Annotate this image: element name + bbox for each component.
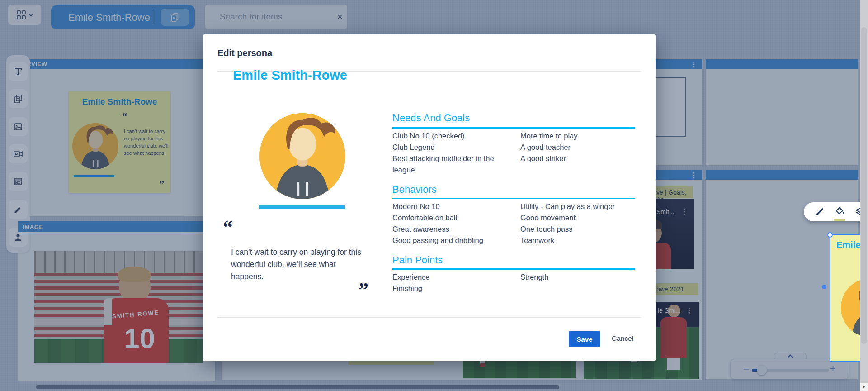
quote-open-icon: “ [223, 222, 233, 234]
needs-goals-right-list: More time to play A good teacher A good … [520, 130, 647, 164]
fill-color-tool[interactable] [835, 206, 845, 218]
list-item: Experience [392, 272, 512, 283]
list-item: Utility - Can play as a winger [520, 201, 647, 212]
edit-pencil-icon[interactable] [815, 207, 825, 217]
cancel-button[interactable]: Cancel [612, 334, 633, 343]
list-item: Modern No 10 [392, 201, 512, 212]
needs-goals-left-list: Club No 10 (checked) Club Legend Best at… [392, 130, 512, 176]
list-item: Club No 10 (checked) [392, 130, 512, 142]
save-button[interactable]: Save [569, 331, 600, 347]
scroll-down-button[interactable]: ▼ [860, 383, 868, 391]
list-item: Strength [520, 272, 647, 283]
section-pain-points-title: Pain Points [392, 254, 443, 266]
avatar-underline [259, 205, 345, 209]
selection-handle[interactable] [827, 232, 833, 238]
pain-points-right-list: Strength [520, 272, 647, 283]
vertical-scrollbar[interactable]: ▼ [860, 0, 868, 391]
quote-close-icon: ” [237, 284, 368, 296]
section-behaviors-title: Behaviors [392, 184, 437, 196]
list-item: One touch pass [520, 224, 647, 235]
list-item: Best attacking midfielder in the league [392, 153, 512, 176]
modal-title: Edit persona [217, 48, 272, 58]
section-needs-goals-title: Needs And Goals [392, 112, 470, 124]
fill-bucket-icon [835, 206, 845, 216]
list-item: Teamwork [520, 235, 647, 246]
list-item: A good striker [520, 153, 647, 164]
list-item: Finishing [392, 283, 512, 294]
fill-color-swatch [834, 219, 845, 221]
list-item: Comfortable on ball [392, 212, 512, 224]
edit-persona-modal: Edit persona Emile Smith-Rowe “ I can’t … [203, 34, 656, 361]
persona-quote: I can’t wait to carry on playing for thi… [231, 246, 363, 283]
list-item: Good passing and dribbling [392, 235, 512, 246]
list-item: A good teacher [520, 142, 647, 153]
context-toolbar [804, 202, 868, 221]
pain-points-left-list: Experience Finishing [392, 272, 512, 294]
section-underline [392, 268, 635, 270]
behaviors-right-list: Utility - Can play as a winger Good move… [520, 201, 647, 246]
persona-avatar [259, 113, 345, 199]
list-item: Club Legend [392, 142, 512, 153]
persona-name-heading: Emile Smith-Rowe [233, 68, 347, 83]
list-item: More time to play [520, 130, 647, 142]
list-item: Great awareness [392, 224, 512, 235]
vertical-scrollbar-thumb[interactable] [861, 27, 867, 344]
list-item: Good movement [520, 212, 647, 224]
behaviors-left-list: Modern No 10 Comfortable on ball Great a… [392, 201, 512, 246]
section-underline [392, 198, 635, 199]
connector-dot[interactable] [822, 285, 826, 289]
app-root: Emile Smith-Rowe ✕ [0, 0, 868, 391]
modal-divider-bottom [217, 317, 641, 318]
down-arrow-icon: ▼ [862, 385, 866, 389]
section-underline [392, 127, 635, 129]
